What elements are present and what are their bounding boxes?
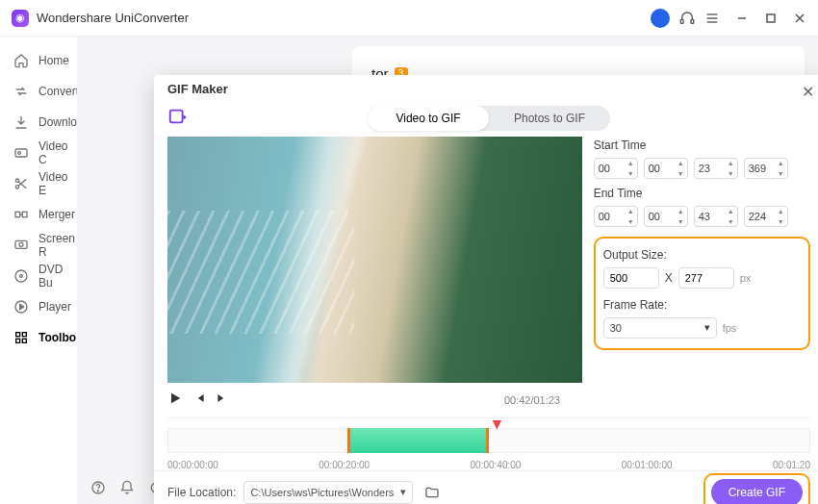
output-settings-group: Output Size: X px Frame Rate: 30▾ fps: [594, 237, 810, 350]
end-time-spin-0[interactable]: 00▲▼: [594, 206, 638, 227]
svg-rect-0: [680, 19, 683, 23]
fps-unit: fps: [723, 322, 737, 334]
chevron-down-icon[interactable]: ▼: [677, 170, 684, 177]
svg-point-17: [15, 270, 27, 282]
chevron-up-icon[interactable]: ▲: [778, 208, 784, 214]
sidebar-item-download[interactable]: Downloa: [0, 108, 77, 137]
sidebar: HomeConvertDownloaVideo CVideo EMergerSc…: [0, 37, 77, 504]
chevron-down-icon[interactable]: ▼: [728, 170, 734, 177]
timeline-tick: 00:00:00:00: [167, 460, 218, 470]
start-time-spin-3[interactable]: 369▲▼: [744, 158, 788, 179]
bell-icon[interactable]: [119, 480, 135, 495]
chevron-down-icon[interactable]: ▼: [778, 218, 784, 225]
grid-icon: [13, 330, 29, 345]
chevron-down-icon[interactable]: ▼: [677, 218, 684, 225]
sidebar-item-scissors[interactable]: Video E: [0, 169, 77, 198]
app-title: Wondershare UniConverter: [37, 11, 651, 25]
selection-range[interactable]: [347, 428, 489, 453]
sidebar-item-dvd[interactable]: DVD Bu: [0, 262, 77, 290]
close-icon[interactable]: ✕: [802, 83, 814, 101]
menu-icon[interactable]: [704, 11, 720, 26]
sidebar-item-play[interactable]: Player: [0, 292, 77, 321]
add-media-icon[interactable]: [167, 106, 189, 127]
help-icon[interactable]: [90, 480, 106, 495]
sidebar-item-home[interactable]: Home: [0, 46, 77, 75]
file-location-input[interactable]: C:\Users\ws\Pictures\Wonders▾: [243, 481, 413, 504]
tab-photos-to-gif[interactable]: Photos to GIF: [489, 106, 610, 131]
sidebar-item-convert[interactable]: Convert: [0, 77, 77, 106]
playback-time: 00:42/01:23: [504, 394, 560, 406]
chevron-up-icon[interactable]: ▲: [728, 160, 734, 166]
sidebar-item-grid[interactable]: Toolbo: [0, 323, 77, 352]
frame-rate-label: Frame Rate:: [603, 298, 801, 312]
sidebar-item-merge[interactable]: Merger: [0, 200, 77, 229]
chevron-down-icon: ▾: [400, 486, 406, 498]
timeline[interactable]: 00:00:00:0000:00:20:0000:00:40:0000:01:0…: [167, 417, 810, 471]
sidebar-label: Toolbo: [38, 331, 76, 344]
output-width-input[interactable]: [603, 267, 659, 289]
end-time-spin-2[interactable]: 43▲▼: [694, 206, 738, 227]
file-location-label: File Location:: [167, 486, 236, 499]
sidebar-label: Player: [38, 300, 71, 314]
chevron-up-icon[interactable]: ▲: [677, 208, 684, 214]
svg-rect-14: [22, 212, 27, 216]
create-gif-highlight: Create GIF: [703, 473, 810, 504]
browse-folder-icon[interactable]: [421, 481, 444, 504]
create-gif-button[interactable]: Create GIF: [711, 479, 803, 504]
svg-rect-20: [16, 333, 20, 337]
sidebar-label: Video C: [38, 139, 67, 166]
maximize-button[interactable]: [764, 12, 778, 25]
sidebar-label: Merger: [38, 208, 75, 221]
svg-point-16: [19, 242, 23, 246]
svg-point-10: [18, 152, 21, 155]
chevron-up-icon[interactable]: ▲: [778, 160, 784, 166]
screen-icon: [13, 238, 29, 253]
user-avatar-icon[interactable]: [651, 9, 670, 28]
sidebar-label: DVD Bu: [38, 263, 64, 290]
chevron-down-icon[interactable]: ▼: [627, 170, 634, 177]
merge-icon: [13, 207, 29, 222]
chevron-up-icon[interactable]: ▲: [627, 208, 634, 214]
frame-rate-select[interactable]: 30▾: [603, 317, 717, 339]
close-button[interactable]: [793, 12, 806, 25]
next-frame-icon[interactable]: [216, 391, 229, 409]
video-preview[interactable]: [167, 137, 582, 383]
scissors-icon: [13, 176, 29, 191]
tab-video-to-gif[interactable]: Video to GIF: [368, 106, 489, 131]
start-time-spin-1[interactable]: 00▲▼: [644, 158, 688, 179]
sidebar-label: Video E: [38, 170, 67, 197]
chevron-down-icon[interactable]: ▼: [778, 170, 784, 177]
play-icon[interactable]: [167, 391, 183, 410]
chevron-down-icon[interactable]: ▼: [627, 218, 634, 225]
start-time-spin-0[interactable]: 00▲▼: [594, 158, 638, 179]
sidebar-label: Convert: [38, 85, 79, 98]
sidebar-label: Screen R: [38, 232, 75, 259]
svg-rect-13: [15, 212, 20, 216]
sidebar-item-video[interactable]: Video C: [0, 139, 77, 167]
start-time-spin-2[interactable]: 23▲▼: [694, 158, 738, 179]
chevron-up-icon[interactable]: ▲: [677, 160, 684, 166]
end-time-spin-1[interactable]: 00▲▼: [644, 206, 688, 227]
gif-maker-modal: GIF Maker ✕ Video to GIF Photos to GIF S…: [154, 75, 818, 504]
svg-point-12: [15, 186, 18, 189]
sidebar-item-screen[interactable]: Screen R: [0, 231, 77, 260]
timeline-tick: 00:00:40:00: [471, 460, 522, 470]
px-unit: px: [740, 272, 752, 284]
download-icon: [13, 114, 29, 130]
start-time-label: Start Time: [594, 139, 810, 152]
headset-icon[interactable]: [679, 11, 695, 26]
prev-frame-icon[interactable]: [192, 391, 206, 409]
timeline-tick: 00:01:00:00: [622, 460, 673, 470]
mode-tabs: Video to GIF Photos to GIF: [368, 106, 610, 131]
timeline-tick: 00:01:20: [773, 460, 810, 470]
end-time-spin-3[interactable]: 224▲▼: [744, 206, 788, 227]
svg-point-18: [20, 275, 23, 278]
chevron-down-icon[interactable]: ▼: [728, 218, 734, 225]
minimize-button[interactable]: [735, 12, 749, 25]
titlebar: ◉ Wondershare UniConverter: [0, 0, 818, 37]
chevron-up-icon[interactable]: ▲: [728, 208, 734, 214]
output-height-input[interactable]: [678, 267, 734, 289]
svg-rect-1: [691, 19, 694, 23]
chevron-up-icon[interactable]: ▲: [627, 160, 634, 166]
home-icon: [13, 53, 29, 68]
